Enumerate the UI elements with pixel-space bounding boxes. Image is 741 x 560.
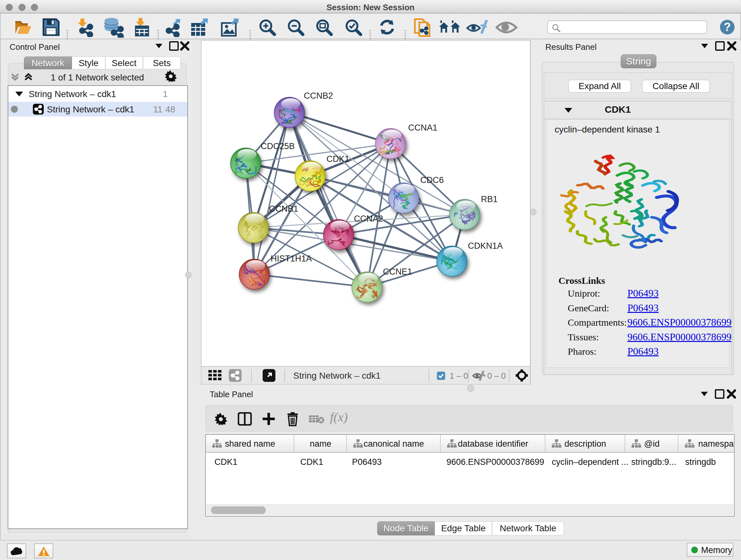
svg-text:CDC6: CDC6	[420, 175, 444, 185]
svg-text:CDC25B: CDC25B	[261, 141, 295, 151]
svg-text:CCNB2: CCNB2	[304, 91, 333, 101]
svg-text:CDKN1A: CDKN1A	[468, 241, 503, 251]
svg-text:CCNA1: CCNA1	[408, 123, 437, 132]
svg-text:CCNB1: CCNB1	[269, 204, 298, 213]
svg-text:RB1: RB1	[481, 194, 498, 204]
svg-text:CDK1: CDK1	[327, 154, 349, 164]
svg-text:CCNE1: CCNE1	[383, 267, 412, 276]
svg-text:CCNA2: CCNA2	[354, 214, 383, 224]
svg-text:HIST1H1A: HIST1H1A	[271, 254, 312, 263]
